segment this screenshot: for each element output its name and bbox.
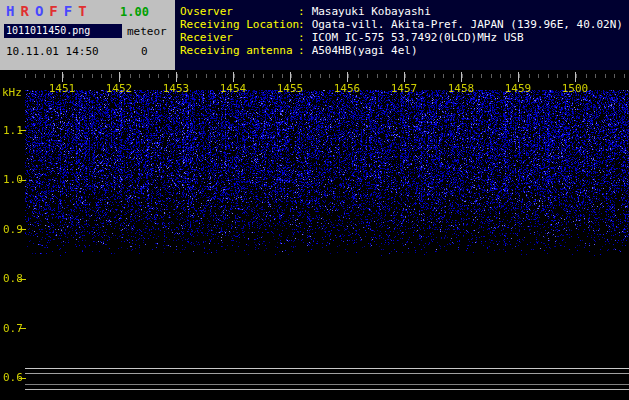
info-label: Receiving Location — [180, 18, 298, 31]
time-label: 1453 — [161, 82, 191, 95]
info-separator: : — [298, 5, 305, 18]
time-label: 1500 — [560, 82, 590, 95]
info-row-antenna: Receiving antenna : A504HB(yagi 4el) — [175, 44, 629, 57]
info-label: Ovserver — [180, 5, 298, 18]
app-title: HROFFT — [6, 3, 93, 19]
time-label: 1458 — [446, 82, 476, 95]
datetime-label: 10.11.01 14:50 — [6, 45, 99, 58]
info-label: Receiving antenna — [180, 44, 298, 57]
info-value: ICOM IC-575 53.7492(0LCD)MHz USB — [312, 31, 524, 44]
info-row-location: Receiving Location : Ogata-vill. Akita-P… — [175, 18, 629, 31]
info-row-observer: Ovserver : Masayuki Kobayashi — [175, 5, 629, 18]
info-row-receiver: Receiver : ICOM IC-575 53.7492(0LCD)MHz … — [175, 31, 629, 44]
app-version: 1.00 — [120, 5, 149, 19]
title-letter: T — [78, 3, 86, 19]
title-letter: F — [64, 3, 72, 19]
title-letter: R — [20, 3, 28, 19]
time-label: 1454 — [218, 82, 248, 95]
freq-label: 0.6 — [3, 371, 23, 384]
time-label: 1452 — [104, 82, 134, 95]
observer-info-panel: Ovserver : Masayuki Kobayashi Receiving … — [175, 0, 629, 70]
freq-label: 0.7 — [3, 322, 23, 335]
title-letter: O — [35, 3, 43, 19]
freq-label: 1.1 — [3, 124, 23, 137]
header-left-panel: HROFFT 1.00 1011011450.png meteor 10.11.… — [0, 0, 175, 70]
info-value: Masayuki Kobayashi — [312, 5, 431, 18]
freq-label: 1.0 — [3, 173, 23, 186]
time-label: 1451 — [47, 82, 77, 95]
meteor-count: 0 — [141, 45, 148, 58]
hrofft-window: HROFFT 1.00 1011011450.png meteor 10.11.… — [0, 0, 629, 400]
info-label: Receiver — [180, 31, 298, 44]
mode-label: meteor — [127, 25, 167, 38]
freq-label: 0.9 — [3, 223, 23, 236]
filename-field[interactable]: 1011011450.png — [4, 24, 122, 38]
time-label: 1459 — [503, 82, 533, 95]
freq-axis-unit: kHz — [2, 86, 22, 99]
info-value: A504HB(yagi 4el) — [312, 44, 418, 57]
info-separator: : — [298, 31, 305, 44]
info-value: Ogata-vill. Akita-Pref. JAPAN (139.96E, … — [312, 18, 623, 31]
freq-label: 0.8 — [3, 272, 23, 285]
info-separator: : — [298, 44, 305, 57]
title-letter: F — [49, 3, 57, 19]
title-letter: H — [6, 3, 14, 19]
spectrogram-canvas — [0, 70, 629, 400]
time-label: 1457 — [389, 82, 419, 95]
time-label: 1455 — [275, 82, 305, 95]
info-separator: : — [298, 18, 305, 31]
time-label: 1456 — [332, 82, 362, 95]
